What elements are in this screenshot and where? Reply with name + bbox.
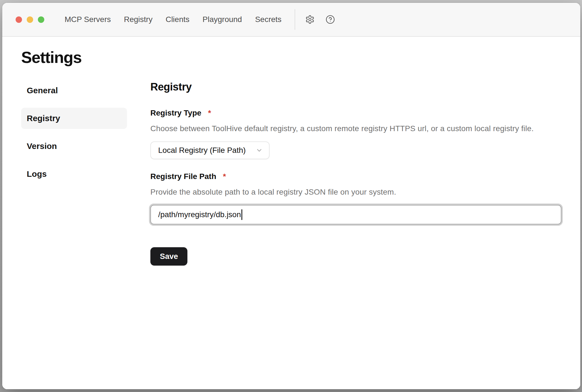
sidebar-item-version[interactable]: Version — [21, 136, 127, 157]
minimize-window-button[interactable] — [27, 16, 33, 23]
text-caret — [241, 209, 242, 220]
maximize-window-button[interactable] — [38, 16, 44, 23]
registry-type-select-value: Local Registry (File Path) — [158, 146, 246, 155]
help-icon — [326, 15, 335, 24]
sidebar-item-general[interactable]: General — [21, 80, 127, 101]
required-asterisk: * — [223, 172, 226, 181]
window-titlebar: MCP Servers Registry Clients Playground … — [2, 3, 580, 37]
sidebar-item-registry[interactable]: Registry — [21, 108, 127, 129]
registry-type-field: Registry Type * Choose between ToolHive … — [150, 109, 561, 159]
section-heading: Registry — [150, 81, 561, 93]
registry-settings-panel: Registry Registry Type * Choose between … — [150, 80, 561, 266]
traffic-lights — [16, 16, 44, 23]
top-navigation: MCP Servers Registry Clients Playground … — [65, 15, 282, 24]
settings-button[interactable] — [304, 14, 316, 25]
nav-item-registry[interactable]: Registry — [124, 15, 153, 24]
settings-page: Settings General Registry Version Logs R… — [2, 37, 580, 389]
registry-file-path-field: Registry File Path * Provide the absolut… — [150, 172, 561, 224]
registry-file-path-value: /path/myregistry/db.json — [158, 210, 241, 219]
sidebar-item-logs[interactable]: Logs — [21, 163, 127, 185]
close-window-button[interactable] — [16, 16, 22, 23]
save-button[interactable]: Save — [150, 247, 187, 266]
app-window: MCP Servers Registry Clients Playground … — [2, 3, 580, 389]
nav-item-mcp-servers[interactable]: MCP Servers — [65, 15, 111, 24]
nav-item-playground[interactable]: Playground — [202, 15, 242, 24]
settings-sidebar: General Registry Version Logs — [21, 80, 127, 266]
registry-type-label: Registry Type — [150, 109, 201, 117]
help-button[interactable] — [325, 14, 336, 25]
chevron-down-icon — [256, 147, 263, 154]
titlebar-divider — [295, 9, 295, 30]
registry-type-description: Choose between ToolHive default registry… — [150, 124, 561, 133]
registry-type-select[interactable]: Local Registry (File Path) — [150, 141, 270, 159]
gear-icon — [305, 15, 315, 24]
registry-file-path-label: Registry File Path — [150, 172, 216, 181]
registry-file-path-input[interactable]: /path/myregistry/db.json — [150, 205, 561, 224]
nav-item-secrets[interactable]: Secrets — [255, 15, 282, 24]
nav-item-clients[interactable]: Clients — [166, 15, 190, 24]
required-asterisk: * — [208, 109, 211, 117]
page-title: Settings — [21, 47, 561, 67]
registry-file-path-description: Provide the absolute path to a local reg… — [150, 188, 561, 197]
